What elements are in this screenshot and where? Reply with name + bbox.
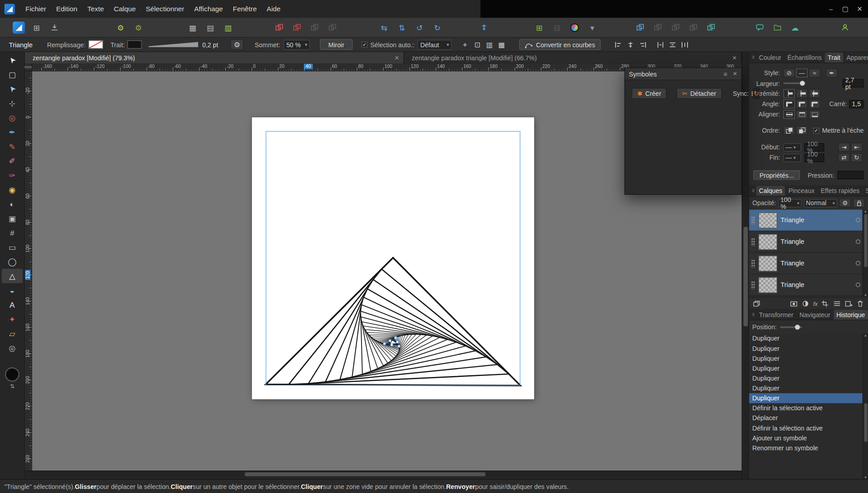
color-picker-tool[interactable]: ◒ (2, 283, 23, 298)
designer-persona-icon[interactable] (12, 21, 26, 34)
miroir-button[interactable]: Miroir (320, 39, 353, 49)
layers-tab-calques[interactable]: Calques (756, 186, 785, 196)
layer-select-dot[interactable] (856, 261, 860, 265)
vector-crop-tool[interactable]: # (2, 226, 23, 240)
panel-menu-icon[interactable]: ≡ (723, 71, 727, 77)
layer-select-dot[interactable] (856, 282, 860, 287)
alignment-icon[interactable] (477, 21, 491, 34)
duplicate-icon[interactable] (633, 21, 647, 34)
scroll-down-icon[interactable]: ▼ (864, 475, 867, 479)
maximize-button[interactable]: ▢ (838, 0, 853, 18)
document-tab-2[interactable]: zentangle paradox triangle [Modifié] (66… (404, 52, 742, 64)
sommet-select[interactable]: 50 %▾ (284, 40, 310, 49)
duplicate-sync-icon[interactable] (704, 21, 718, 34)
scroll-up-icon[interactable]: ▲ (864, 333, 867, 336)
join-miter-button[interactable] (783, 99, 795, 108)
fill-swatch[interactable] (88, 40, 103, 49)
color-selector[interactable] (5, 367, 19, 381)
sync-toggle-button[interactable]: ↻ (753, 88, 760, 99)
history-item[interactable]: Dupliquer (749, 393, 868, 403)
miter-value[interactable]: 1,5 (849, 100, 863, 108)
account-icon[interactable] (838, 21, 852, 34)
export-persona-icon[interactable] (48, 21, 61, 34)
layer-row[interactable]: Triangle (749, 231, 868, 253)
stroke-align-outside-button[interactable] (809, 110, 820, 119)
panel-grip-icon[interactable] (751, 313, 756, 317)
delete-layer-button[interactable] (856, 298, 864, 308)
rotate-ccw-icon[interactable]: ↺ (413, 21, 426, 34)
pressure-profile-box[interactable] (837, 171, 863, 179)
layer-thumbnail[interactable] (759, 277, 778, 293)
start-align-arrow-button[interactable]: ⇤ (851, 143, 863, 152)
layers-tab-pinceaux[interactable]: Pinceaux (786, 186, 817, 196)
duplicate-layer-button[interactable] (753, 298, 761, 308)
tab-close-icon[interactable]: ✕ (389, 55, 399, 61)
menu-item-slectionner[interactable]: Sélectionner (141, 0, 190, 18)
end-percent-value[interactable]: 100 % (805, 153, 824, 161)
history-item[interactable]: Dupliquer (749, 344, 868, 354)
stroke-settings-button[interactable]: ⚙ (231, 39, 244, 49)
add-layer-button[interactable] (844, 298, 852, 308)
stroke-width-value[interactable]: 0,2 pt (202, 41, 218, 48)
menu-item-aide[interactable]: Aide (262, 0, 285, 18)
menu-item-fentre[interactable]: Fenêtre (228, 0, 262, 18)
swap-ends-button[interactable]: ⇄ (838, 153, 850, 162)
paste-style-icon[interactable] (687, 21, 700, 34)
history-item[interactable]: Dupliquer (749, 383, 868, 393)
symbols-panel-header[interactable]: Symboles ≡ ✕ (625, 68, 741, 80)
layer-select-dot[interactable] (856, 218, 860, 222)
insert-inside-icon[interactable] (308, 21, 321, 34)
layer-thumbnail[interactable] (759, 212, 778, 229)
stroke-tab-chantillons[interactable]: Échantillons (785, 52, 825, 62)
layer-options-button[interactable] (832, 298, 841, 308)
ruler-unit-label[interactable]: mm (25, 63, 32, 71)
history-position-slider[interactable] (780, 326, 802, 328)
history-item[interactable]: Dupliquer (749, 373, 868, 383)
start-percent-value[interactable]: 100 % (805, 143, 824, 151)
rectangle-tool[interactable]: ▭ (2, 240, 23, 255)
align-right-icon[interactable] (637, 40, 648, 49)
history-item[interactable]: Renommer un symbole (749, 443, 868, 453)
box-from-stroke-icon[interactable]: ▥ (484, 40, 495, 49)
artboard-tool[interactable]: ▢ (2, 67, 23, 82)
layer-thumbnail[interactable] (759, 234, 778, 250)
point-transform-tool[interactable]: ⊹ (2, 96, 23, 111)
resources-icon[interactable] (771, 21, 784, 34)
replace-selection-icon[interactable] (326, 21, 339, 34)
end-style-select[interactable]: —▾ (783, 153, 801, 161)
crop-layer-button[interactable] (821, 298, 829, 308)
flip-vertical-icon[interactable]: ⇅ (395, 21, 409, 34)
convert-to-curves-button[interactable]: Convertir en courbes (520, 39, 601, 49)
history-tab-transformer[interactable]: Transformer (756, 309, 796, 319)
vector-brush-tool[interactable]: ✐ (2, 154, 23, 168)
stroke-tab-trait[interactable]: Trait (825, 52, 843, 62)
align-left-icon[interactable] (613, 40, 624, 49)
order-back-button[interactable] (796, 126, 808, 135)
mask-layer-button[interactable] (790, 298, 798, 308)
menu-item-texte[interactable]: Texte (82, 0, 109, 18)
join-round-button[interactable] (796, 99, 808, 108)
snapping-settings-icon[interactable]: ⚙ (132, 21, 145, 34)
corner-tool[interactable]: ◎ (2, 341, 23, 355)
panel-grip-icon[interactable] (751, 188, 756, 193)
start-place-arrow-button[interactable]: ⇥ (838, 143, 850, 152)
pixel-persona-icon[interactable]: ⊞ (30, 21, 43, 34)
history-item[interactable]: Ajouter un symbole (749, 433, 868, 443)
cloud-icon[interactable]: ☁ (788, 21, 802, 34)
scrollbar-thumb[interactable] (864, 214, 867, 267)
measure-tool[interactable]: ▱ (2, 326, 23, 341)
stroke-none-button[interactable]: ⊘ (783, 68, 795, 77)
layers-scrollbar[interactable]: ▲▼ (863, 210, 868, 297)
show-grid-icon[interactable]: ▦ (496, 40, 507, 49)
drag-handle-icon[interactable] (751, 259, 755, 267)
history-tab-historique[interactable]: Historique (834, 309, 868, 319)
triangle-tool[interactable]: △ (2, 269, 23, 283)
fill-tool[interactable]: ◉ (2, 183, 23, 197)
vertical-scrollbar-thumb[interactable] (743, 227, 748, 326)
document-tab-1[interactable]: zentangle paradox [Modifié] (79.3%)✕ (25, 52, 404, 64)
stroke-align-inside-button[interactable] (796, 110, 808, 119)
style-picker-tool[interactable]: ✦ (2, 312, 23, 326)
pencil-tool[interactable]: ✎ (2, 139, 23, 154)
minimize-button[interactable]: – (824, 0, 838, 18)
cap-round-button[interactable] (796, 89, 808, 98)
